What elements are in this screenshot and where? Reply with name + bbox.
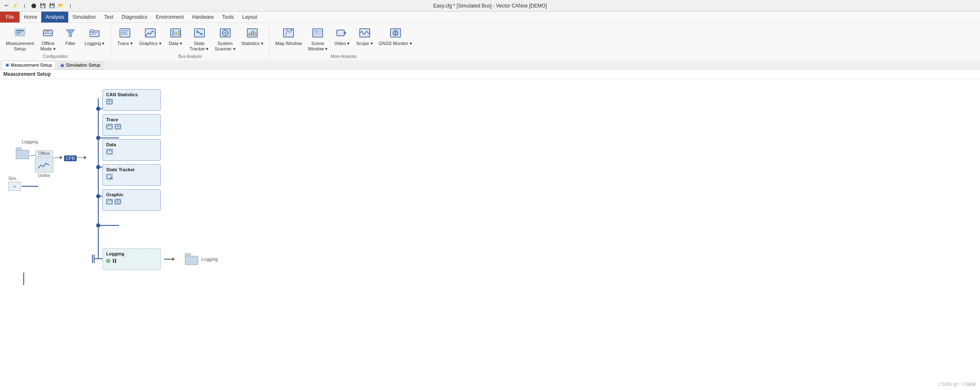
scene-window-label: SceneWindow ▾ (308, 41, 328, 52)
measurement-setup-label: MeasurementSetup (6, 41, 34, 52)
ribbon-group-bus-analysis: Trace ▾ Graphics ▾ (111, 25, 269, 60)
trace-row: Trace (102, 114, 161, 136)
trace-button[interactable]: Trace ▾ (114, 25, 136, 48)
title-bar: ↩ ⚡ | ⬤ 💾 💾 📂 | Easy.cfg * [Simulated Bu… (0, 0, 980, 12)
svg-rect-39 (314, 33, 321, 35)
svg-point-53 (96, 165, 100, 169)
cfb-main-arrow (77, 156, 87, 159)
system-scanner-icon (219, 26, 232, 40)
svg-rect-37 (314, 30, 318, 33)
svg-rect-75 (107, 200, 112, 204)
bus-analysis-group-label: Bus Analysis (114, 53, 266, 60)
mode-chart-block (35, 158, 53, 172)
menu-environment[interactable]: Environment (152, 12, 188, 22)
offline-mode-icon: OFF (41, 26, 55, 40)
graphics-button[interactable]: Graphics ▾ (137, 25, 164, 48)
menu-tools[interactable]: Tools (218, 12, 238, 22)
graphic-table-icon (114, 199, 121, 205)
tab-simulation-setup[interactable]: ▣ Simulation Setup (57, 61, 104, 69)
filter-button[interactable]: Filter (60, 25, 81, 48)
trace-window-icon (106, 124, 113, 130)
watermark: CSDN @一只楠喃 (939, 381, 976, 388)
graphics-label: Graphics ▾ (139, 41, 161, 46)
ribbon-bus-items: Trace ▾ Graphics ▾ (114, 25, 266, 53)
menu-file[interactable]: File (0, 12, 20, 22)
menu-home[interactable]: Home (20, 12, 41, 22)
qa-save-icon[interactable]: 💾 (39, 2, 47, 10)
menu-hardware[interactable]: Hardware (188, 12, 218, 22)
qa-save2-icon[interactable]: 💾 (48, 2, 56, 10)
ribbon-group-configuration: MeasurementSetup OFF OfflineMode ▾ (0, 25, 111, 60)
trace-icons (106, 124, 157, 130)
ribbon-configuration-items: MeasurementSetup OFF OfflineMode ▾ (3, 25, 107, 53)
menu-analysis[interactable]: Analysis (41, 12, 68, 22)
statistics-button[interactable]: Statistics ▾ (239, 25, 266, 48)
logging-output-connector (164, 258, 175, 261)
state-tracker-gear-icon (106, 174, 113, 180)
menu-simulation[interactable]: Simulation (68, 12, 100, 22)
state-tracker-box[interactable]: State Tracker (102, 164, 161, 186)
can-statistics-box[interactable]: CAN Statistics (102, 89, 161, 111)
menu-test[interactable]: Test (100, 12, 117, 22)
analysis-boxes: CAN Statistics Trace (102, 89, 161, 211)
menu-diagnostics[interactable]: Diagnostics (117, 12, 152, 22)
can-statistics-title: CAN Statistics (106, 92, 157, 97)
state-tracker-icon (193, 26, 206, 40)
offline-online-block: Offline Online (35, 150, 53, 178)
window-title: Easy.cfg * [Simulated Bus] - Vector CANo… (433, 3, 547, 9)
tab-measurement-setup[interactable]: ▣ Measurement Setup (2, 61, 56, 69)
svg-text:OFF: OFF (45, 30, 50, 33)
logging-label: Logging ▾ (85, 41, 104, 46)
qa-undo-icon[interactable]: ↩ (2, 2, 10, 10)
svg-rect-38 (318, 30, 322, 33)
qa-separator2: | (67, 2, 74, 10)
logging-box[interactable]: Logging (102, 248, 161, 270)
cfb-label: CFB (64, 155, 77, 161)
measurement-setup-button[interactable]: MeasurementSetup (3, 25, 36, 53)
video-icon (335, 26, 348, 40)
can-stats-table-icon (106, 99, 113, 105)
data-box[interactable]: Data (102, 139, 161, 161)
qa-separator: | (21, 2, 28, 10)
can-statistics-icons (106, 99, 157, 105)
logging-play-dot[interactable] (106, 259, 110, 263)
scope-icon (358, 26, 371, 40)
svg-rect-2 (16, 32, 21, 33)
svg-rect-30 (249, 33, 250, 36)
svg-rect-18 (172, 30, 174, 36)
graphic-box[interactable]: Graphic (102, 189, 161, 211)
graphic-row: Graphic (102, 189, 161, 211)
ribbon: MeasurementSetup OFF OfflineMode ▾ (0, 22, 980, 60)
logging-pause-btn[interactable] (113, 259, 116, 263)
statistics-icon (246, 26, 259, 40)
logging-button[interactable]: Logging ▾ (82, 25, 107, 48)
data-title: Data (106, 142, 157, 147)
offline-mode-button[interactable]: OFF OfflineMode ▾ (37, 25, 59, 53)
menu-layout[interactable]: Layout (238, 12, 261, 22)
qa-lightning-icon[interactable]: ⚡ (12, 2, 19, 10)
logging-output-label: Logging (201, 257, 218, 262)
data-button[interactable]: Data ▾ (165, 25, 187, 48)
system-scanner-button[interactable]: SystemScanner ▾ (212, 25, 238, 53)
svg-rect-9 (90, 30, 94, 32)
qa-folder-icon[interactable]: 📂 (57, 2, 65, 10)
scope-button[interactable]: Scope ▾ (353, 25, 375, 48)
filter-label: Filter (65, 41, 75, 46)
trace-table-icon (114, 124, 121, 130)
state-tracker-icons (106, 174, 157, 180)
svg-rect-3 (16, 34, 20, 35)
trace-box[interactable]: Trace (102, 114, 161, 136)
map-window-button[interactable]: Map Window (273, 25, 305, 48)
state-tracker-button[interactable]: StateTracker ▾ (187, 25, 211, 53)
more-analysis-group-label: More Analysis (273, 53, 415, 60)
trace-icon (118, 26, 132, 40)
video-button[interactable]: Video ▾ (331, 25, 353, 48)
graphic-window-icon (106, 199, 113, 205)
menu-bar: File Home Analysis Simulation Test Diagn… (0, 12, 980, 22)
offline-mode-label: OfflineMode ▾ (40, 41, 56, 52)
gnss-monitor-button[interactable]: GNSS Monitor ▾ (376, 25, 415, 48)
scene-window-button[interactable]: SceneWindow ▾ (305, 25, 330, 53)
data-label: Data ▾ (169, 41, 182, 46)
state-tracker-title: State Tracker (106, 167, 157, 172)
qa-circle-icon[interactable]: ⬤ (30, 2, 37, 10)
